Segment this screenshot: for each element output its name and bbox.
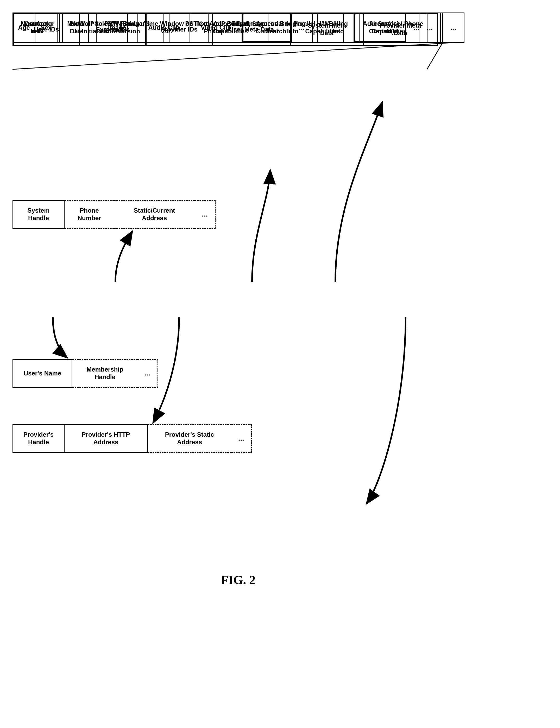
phone-number: Phone Number — [65, 200, 114, 229]
system-handle: System Handle — [13, 200, 65, 229]
service-capabilities: Service Capabilities — [359, 13, 419, 42]
providers-http-address: Provider's HTTP Address — [65, 424, 148, 453]
row8-more: … — [419, 13, 440, 42]
pstn-voip-bridge: PSTN-to-VoIP Bridge Phone # — [164, 13, 269, 42]
row-provider-id: Provider's Handle Provider's HTTP Addres… — [13, 424, 252, 453]
row4-more: … — [195, 200, 216, 229]
figure-2: Instructio n ID All or Select Initiators… — [13, 13, 533, 651]
voip-pstn-bridge: VoIP-to-PSTN Bridge Address — [60, 13, 164, 42]
figure-caption: FIG. 2 — [221, 573, 256, 587]
providers-handle: Provider's Handle — [13, 424, 65, 453]
row-provider-meta: Contact Info VoIP-to-PSTN Bridge Address… — [13, 13, 441, 43]
row1-more: … — [443, 13, 464, 42]
row-system-id: System Handle Phone Number Static/Curren… — [13, 200, 216, 229]
connectors — [13, 13, 533, 586]
static-current-address: Static/Current Address — [114, 200, 195, 229]
membership-handle: Membership Handle — [72, 359, 138, 388]
row7-more: … — [231, 424, 252, 453]
providers-static-address: Provider's Static Address — [148, 424, 231, 453]
row6-more: … — [138, 359, 158, 388]
users-name: User's Name — [13, 359, 72, 388]
row-user-id: User's Name Membership Handle … — [13, 359, 158, 388]
bridging-info: Bridging Info — [269, 13, 318, 42]
billing-info: Billing Info — [318, 13, 359, 42]
contact-info: Contact Info — [13, 13, 60, 42]
